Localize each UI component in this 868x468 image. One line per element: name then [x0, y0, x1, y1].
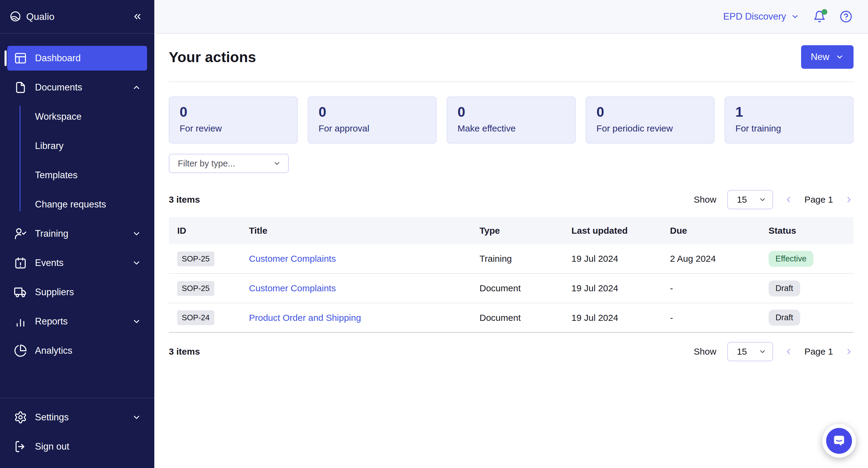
- stat-card-for-review[interactable]: 0 For review: [169, 96, 298, 144]
- topbar: EPD Discovery: [154, 0, 868, 34]
- filter-placeholder: Filter by type...: [178, 158, 235, 169]
- last-updated-date: 19 Jul 2024: [571, 254, 670, 264]
- new-button[interactable]: New: [801, 45, 854, 69]
- sidebar-item-training[interactable]: Training: [7, 221, 147, 246]
- page-indicator: Page 1: [804, 195, 834, 205]
- content: Your actions New 0 For review 0 For appr…: [154, 34, 868, 468]
- document-type: Document: [479, 313, 571, 323]
- stat-value: 0: [596, 104, 704, 120]
- document-title-link[interactable]: Customer Complaints: [249, 283, 479, 293]
- due-date: 2 Aug 2024: [670, 254, 769, 264]
- column-header-id: ID: [177, 226, 249, 236]
- sidebar-item-change-requests[interactable]: Change requests: [7, 192, 147, 217]
- last-updated-date: 19 Jul 2024: [571, 313, 670, 323]
- sidebar-item-dashboard[interactable]: Dashboard: [7, 46, 147, 70]
- previous-page-button[interactable]: [784, 347, 793, 356]
- show-label: Show: [694, 195, 716, 205]
- next-page-button[interactable]: [844, 195, 854, 204]
- document-type: Training: [479, 254, 571, 264]
- sidebar-footer: Settings Sign out: [0, 398, 154, 468]
- chevron-down-icon: [132, 317, 141, 326]
- sidebar-item-sign-out[interactable]: Sign out: [7, 434, 147, 459]
- sidebar-item-label: Documents: [35, 82, 82, 93]
- column-header-status: Status: [769, 226, 845, 236]
- column-header-type: Type: [479, 226, 571, 236]
- stat-value: 0: [458, 104, 565, 120]
- sidebar-item-templates[interactable]: Templates: [7, 163, 147, 187]
- qualio-logo: Qualio: [9, 10, 55, 23]
- help-button[interactable]: [840, 10, 852, 23]
- sidebar-item-label: Reports: [35, 316, 68, 327]
- page-size-value: 15: [737, 195, 747, 205]
- stat-label: For approval: [318, 123, 426, 134]
- page-indicator: Page 1: [804, 347, 834, 357]
- sidebar-item-documents[interactable]: Documents: [7, 75, 147, 100]
- org-name: EPD Discovery: [723, 11, 786, 22]
- document-icon: [14, 81, 27, 94]
- sidebar-collapse-icon[interactable]: [132, 11, 142, 22]
- document-title-link[interactable]: Product Order and Shipping: [249, 313, 479, 323]
- chevron-down-icon: [835, 53, 844, 61]
- sidebar-item-reports[interactable]: Reports: [7, 309, 147, 334]
- qualio-logo-icon: [9, 10, 22, 23]
- sidebar-item-events[interactable]: Events: [7, 251, 147, 275]
- chat-launcher[interactable]: [822, 424, 856, 458]
- previous-page-button[interactable]: [784, 195, 793, 204]
- pagination-bottom: Show 15 Page 1: [694, 342, 854, 361]
- sidebar-item-library[interactable]: Library: [7, 134, 147, 158]
- table-row: SOP-25 Customer Complaints Document 19 J…: [169, 274, 854, 303]
- sidebar-item-label: Workspace: [35, 111, 82, 122]
- sidebar-item-label: Analytics: [35, 345, 72, 356]
- list-controls-bottom: 3 items Show 15 Page 1: [169, 342, 854, 361]
- filter-by-type-select[interactable]: Filter by type...: [169, 154, 289, 173]
- page-size-value: 15: [737, 347, 747, 357]
- sidebar-item-label: Sign out: [35, 441, 69, 452]
- next-page-button[interactable]: [844, 347, 854, 356]
- sidebar-item-label: Dashboard: [35, 53, 81, 64]
- sidebar-item-label: Change requests: [35, 199, 106, 210]
- stat-label: For training: [735, 123, 843, 134]
- chevron-down-icon: [132, 413, 141, 422]
- sidebar-item-label: Settings: [35, 412, 69, 423]
- table-row: SOP-25 Customer Complaints Training 19 J…: [169, 244, 854, 274]
- stat-card-for-approval[interactable]: 0 For approval: [308, 96, 437, 144]
- sidebar-item-suppliers[interactable]: Suppliers: [7, 280, 147, 304]
- page-size-select[interactable]: 15: [727, 190, 773, 209]
- sign-out-icon: [14, 440, 27, 453]
- page-size-select[interactable]: 15: [727, 342, 773, 361]
- document-id-badge: SOP-25: [177, 252, 214, 266]
- stat-value: 1: [735, 104, 843, 120]
- chat-bubble-icon: [826, 428, 852, 454]
- sidebar-item-settings[interactable]: Settings: [7, 405, 147, 430]
- pagination-top: Show 15 Page 1: [694, 190, 854, 209]
- org-switcher[interactable]: EPD Discovery: [723, 11, 799, 22]
- stat-label: For review: [180, 123, 287, 134]
- column-header-title: Title: [249, 226, 479, 236]
- items-count: 3 items: [169, 195, 200, 205]
- last-updated-date: 19 Jul 2024: [571, 283, 670, 293]
- bar-chart-icon: [14, 315, 27, 328]
- sidebar-item-analytics[interactable]: Analytics: [7, 338, 147, 363]
- column-header-due: Due: [670, 226, 769, 236]
- sidebar-item-workspace[interactable]: Workspace: [7, 104, 147, 129]
- pie-chart-icon: [14, 344, 27, 357]
- stat-value: 0: [318, 104, 426, 120]
- stat-card-for-training[interactable]: 1 For training: [724, 96, 854, 144]
- items-count: 3 items: [169, 347, 200, 357]
- document-title-link[interactable]: Customer Complaints: [249, 254, 479, 264]
- status-badge: Effective: [769, 251, 813, 267]
- status-badge: Draft: [769, 281, 800, 296]
- stat-card-make-effective[interactable]: 0 Make effective: [447, 96, 576, 144]
- list-controls-top: 3 items Show 15 Page 1: [169, 190, 854, 209]
- sidebar-nav: Dashboard Documents Workspace Library: [0, 34, 154, 398]
- document-type: Document: [479, 283, 571, 293]
- chevron-down-icon: [791, 12, 799, 21]
- notifications-button[interactable]: [813, 10, 826, 23]
- page-header: Your actions New: [169, 34, 854, 82]
- sidebar-item-label: Library: [35, 141, 64, 151]
- sidebar-item-label: Events: [35, 258, 64, 268]
- stat-card-for-periodic-review[interactable]: 0 For periodic review: [586, 96, 715, 144]
- page-title: Your actions: [169, 49, 256, 65]
- gear-icon: [14, 411, 27, 424]
- chevron-down-icon: [273, 159, 281, 167]
